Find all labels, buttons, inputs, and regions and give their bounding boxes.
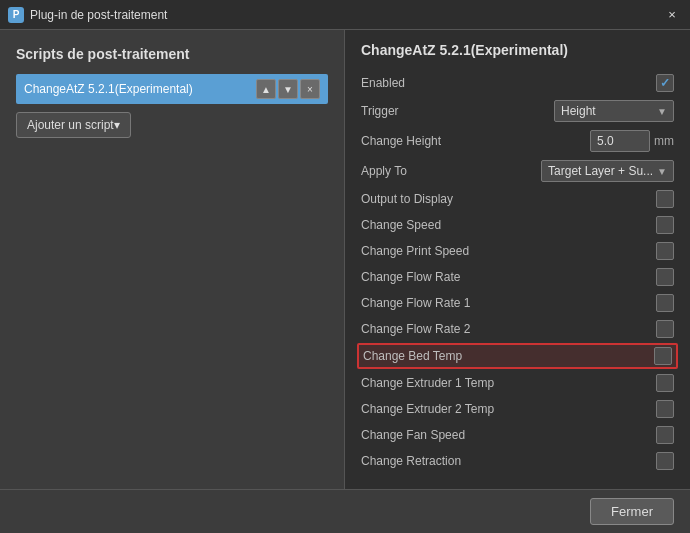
title-bar-close-button[interactable]: × [662, 5, 682, 25]
chevron-down-icon: ▼ [657, 166, 667, 177]
dropdown-text: Height [561, 104, 653, 118]
settings-checkbox[interactable] [656, 320, 674, 338]
chevron-down-icon: ▼ [657, 106, 667, 117]
script-item[interactable]: ChangeAtZ 5.2.1(Experimental) ▲ ▼ × [16, 74, 328, 104]
settings-row: Change Flow Rate [361, 264, 674, 290]
dropdown-text: Target Layer + Su... [548, 164, 653, 178]
settings-checkbox[interactable] [656, 242, 674, 260]
settings-row: Change Flow Rate 1 [361, 290, 674, 316]
settings-row: Change Speed [361, 212, 674, 238]
main-content: Scripts de post-traitement ChangeAtZ 5.2… [0, 30, 690, 489]
settings-row-label: Change Flow Rate 2 [361, 322, 656, 336]
settings-row: Apply ToTarget Layer + Su...▼ [361, 156, 674, 186]
settings-checkbox[interactable] [656, 452, 674, 470]
settings-row-label: Apply To [361, 164, 541, 178]
script-controls: ▲ ▼ × [256, 79, 320, 99]
settings-row-label: Change Extruder 1 Temp [361, 376, 656, 390]
settings-checkbox[interactable] [656, 294, 674, 312]
settings-row-value: Target Layer + Su...▼ [541, 160, 674, 182]
settings-row-label: Change Flow Rate 1 [361, 296, 656, 310]
left-panel-title: Scripts de post-traitement [16, 46, 328, 62]
right-panel-title: ChangeAtZ 5.2.1(Experimental) [361, 42, 674, 58]
settings-row-label: Change Bed Temp [363, 349, 654, 363]
settings-row-label: Change Speed [361, 218, 656, 232]
settings-row-value [656, 268, 674, 286]
settings-checkbox[interactable] [656, 216, 674, 234]
settings-text-input[interactable] [590, 130, 650, 152]
settings-row: Change Retraction [361, 448, 674, 474]
add-script-button[interactable]: Ajouter un script▾ [16, 112, 131, 138]
settings-row-value [656, 426, 674, 444]
settings-row-value [656, 320, 674, 338]
settings-checkbox[interactable] [656, 400, 674, 418]
unit-label: mm [654, 134, 674, 148]
settings-row-value [656, 400, 674, 418]
settings-row: Change Flow Rate 2 [361, 316, 674, 342]
settings-row-value [656, 216, 674, 234]
settings-row: Enabled [361, 70, 674, 96]
settings-row-value: Height▼ [554, 100, 674, 122]
text-unit-row: mm [590, 130, 674, 152]
title-bar-title: Plug-in de post-traitement [30, 8, 167, 22]
settings-row-label: Output to Display [361, 192, 656, 206]
add-script-label: Ajouter un script▾ [27, 118, 120, 132]
settings-checkbox[interactable] [656, 268, 674, 286]
script-item-label: ChangeAtZ 5.2.1(Experimental) [24, 82, 256, 96]
settings-row-value [656, 242, 674, 260]
settings-checkbox[interactable] [656, 74, 674, 92]
settings-row: Change Bed Temp [357, 343, 678, 369]
settings-checkbox[interactable] [656, 426, 674, 444]
right-panel: ChangeAtZ 5.2.1(Experimental) EnabledTri… [345, 30, 690, 489]
fermer-button[interactable]: Fermer [590, 498, 674, 525]
settings-row-value [656, 374, 674, 392]
settings-row: Change Fan Speed [361, 422, 674, 448]
script-remove-button[interactable]: × [300, 79, 320, 99]
settings-dropdown[interactable]: Height▼ [554, 100, 674, 122]
script-up-button[interactable]: ▲ [256, 79, 276, 99]
settings-row: Change Extruder 2 Temp [361, 396, 674, 422]
settings-row-value [656, 190, 674, 208]
settings-row-label: Change Flow Rate [361, 270, 656, 284]
settings-row-label: Change Height [361, 134, 590, 148]
settings-row-value [656, 294, 674, 312]
settings-row-label: Change Extruder 2 Temp [361, 402, 656, 416]
app-icon: P [8, 7, 24, 23]
settings-row-label: Enabled [361, 76, 656, 90]
footer: Fermer [0, 489, 690, 533]
settings-row-value: mm [590, 130, 674, 152]
settings-row-label: Trigger [361, 104, 554, 118]
settings-row-value [656, 452, 674, 470]
settings-checkbox[interactable] [654, 347, 672, 365]
settings-checkbox[interactable] [656, 190, 674, 208]
settings-row: Change Extruder 1 Temp [361, 370, 674, 396]
settings-row: TriggerHeight▼ [361, 96, 674, 126]
settings-row-value [656, 74, 674, 92]
settings-row-label: Change Fan Speed [361, 428, 656, 442]
settings-row-label: Change Print Speed [361, 244, 656, 258]
settings-rows: EnabledTriggerHeight▼Change HeightmmAppl… [361, 70, 674, 474]
settings-row-label: Change Retraction [361, 454, 656, 468]
settings-checkbox[interactable] [656, 374, 674, 392]
title-bar: P Plug-in de post-traitement × [0, 0, 690, 30]
script-down-button[interactable]: ▼ [278, 79, 298, 99]
settings-row: Output to Display [361, 186, 674, 212]
settings-row: Change Heightmm [361, 126, 674, 156]
settings-row: Change Print Speed [361, 238, 674, 264]
left-panel: Scripts de post-traitement ChangeAtZ 5.2… [0, 30, 345, 489]
settings-row-value [654, 347, 672, 365]
settings-dropdown[interactable]: Target Layer + Su...▼ [541, 160, 674, 182]
